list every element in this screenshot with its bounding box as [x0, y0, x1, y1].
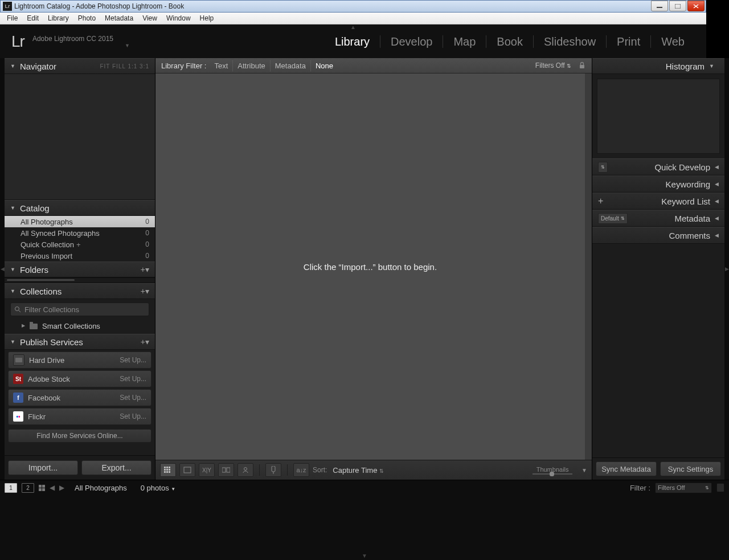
panel-preset-dropdown[interactable]: ⇅ [598, 162, 608, 173]
secondary-monitor-button[interactable]: 2 [22, 483, 34, 493]
publish-service-row[interactable]: ••FlickrSet Up... [8, 408, 151, 425]
module-slideshow[interactable]: Slideshow [534, 35, 606, 48]
library-grid[interactable]: Click the “Import...” button to begin. [155, 73, 592, 460]
publish-setup-link[interactable]: Set Up... [120, 412, 146, 420]
dropdown-arrows-icon: ⇅ [621, 216, 625, 221]
filmstrip: 1 2 ◀ ▶ All Photographs 0 photos ▼ Filte… [0, 480, 706, 560]
menu-edit[interactable]: Edit [22, 13, 43, 23]
menu-metadata[interactable]: Metadata [100, 13, 138, 23]
window-titlebar: Lr Lightroom Catalog - Adobe Photoshop L… [0, 0, 706, 13]
catalog-row-count: 0 [145, 240, 149, 248]
add-publish-service-button[interactable]: +▾ [141, 337, 149, 346]
menu-file[interactable]: File [2, 13, 22, 23]
catalog-row[interactable]: Previous Import0 [5, 250, 155, 261]
thumbnail-size-slider[interactable]: Thumbnails [533, 466, 572, 475]
menu-window[interactable]: Window [162, 13, 195, 23]
panel-quick-develop[interactable]: ⇅Quick Develop◀ [592, 158, 706, 175]
sort-direction-button[interactable]: a↓z [293, 463, 309, 477]
smart-collections-row[interactable]: ▶ Smart Collections [5, 320, 155, 334]
publish-setup-link[interactable]: Set Up... [120, 375, 146, 383]
flickr-icon: •• [13, 411, 23, 422]
people-view-button[interactable] [237, 463, 253, 477]
filter-preset-dropdown[interactable]: Filters Off ⇅ [535, 62, 571, 70]
chevron-down-icon: ▼ [10, 205, 15, 211]
find-more-services-button[interactable]: Find More Services Online... [8, 429, 151, 443]
svg-rect-15 [166, 471, 168, 473]
panel-keywording[interactable]: Keywording◀ [592, 175, 706, 193]
survey-view-button[interactable] [218, 463, 234, 477]
collapse-filmstrip-icon[interactable]: ▼ [362, 553, 367, 559]
panel-preset-dropdown[interactable]: Default ⇅ [598, 213, 628, 224]
module-print[interactable]: Print [607, 35, 650, 48]
catalog-row-count: 0 [145, 218, 149, 226]
publish-services-title: Publish Services [20, 337, 83, 347]
publish-service-row[interactable]: Hard DriveSet Up... [8, 351, 151, 369]
menu-library[interactable]: Library [43, 13, 73, 23]
minimize-button[interactable] [651, 1, 668, 11]
add-keyword-button[interactable]: + [598, 196, 603, 206]
panel-comments[interactable]: Comments◀ [592, 227, 706, 244]
filmstrip-count[interactable]: 0 photos ▼ [141, 484, 175, 492]
sync-settings-button[interactable]: Sync Settings [660, 461, 706, 476]
menu-help[interactable]: Help [195, 13, 219, 23]
module-develop[interactable]: Develop [380, 35, 443, 48]
filmstrip-path[interactable]: All Photographs [75, 484, 127, 492]
navigator-zoom-options[interactable]: FIT FILL 1:1 3:1 [100, 63, 149, 70]
publish-service-row[interactable]: fFacebookSet Up... [8, 389, 151, 406]
import-button[interactable]: Import... [8, 460, 78, 475]
publish-service-label: Facebook [28, 394, 60, 402]
filter-text[interactable]: Text [210, 60, 232, 71]
filter-attribute[interactable]: Attribute [232, 60, 269, 71]
module-book[interactable]: Book [486, 35, 533, 48]
panel-keyword-list[interactable]: +Keyword List◀ [592, 193, 706, 210]
svg-rect-18 [222, 468, 226, 472]
menu-bar: FileEditLibraryPhotoMetadataViewWindowHe… [0, 13, 706, 24]
add-collection-button[interactable]: +▾ [141, 287, 149, 296]
primary-monitor-button[interactable]: 1 [5, 483, 17, 493]
painter-tool-button[interactable] [265, 463, 281, 477]
menu-photo[interactable]: Photo [73, 13, 100, 23]
add-folder-button[interactable]: +▾ [141, 265, 149, 274]
toolbar-menu-icon[interactable]: ▼ [581, 467, 587, 473]
sort-value-dropdown[interactable]: Capture Time ⇅ [333, 466, 384, 475]
identity-menu-icon[interactable]: ▼ [125, 43, 130, 48]
filter-metadata[interactable]: Metadata [270, 60, 310, 71]
loupe-view-button[interactable] [179, 463, 195, 477]
publish-setup-link[interactable]: Set Up... [120, 394, 146, 402]
lock-icon[interactable] [578, 62, 586, 70]
filmstrip-filter-dropdown[interactable]: Filters Off⇅ [655, 483, 706, 493]
sort-label: Sort: [313, 466, 327, 474]
catalog-row[interactable]: All Photographs0 [5, 216, 155, 227]
publish-service-row[interactable]: StAdobe StockSet Up... [8, 370, 151, 387]
catalog-row[interactable]: All Synced Photographs0 [5, 227, 155, 239]
publish-setup-link[interactable]: Set Up... [120, 356, 146, 364]
publish-services-header[interactable]: ▼ Publish Services +▾ [5, 334, 155, 350]
grid-view-button[interactable] [160, 463, 176, 477]
navigator-header[interactable]: ▼ Navigator FIT FILL 1:1 3:1 [5, 58, 155, 74]
compare-view-button[interactable]: X|Y [199, 463, 215, 477]
module-library[interactable]: Library [325, 35, 380, 48]
left-expand-handle[interactable]: ◀ [0, 58, 5, 480]
collapse-top-icon[interactable]: ▲ [350, 24, 356, 30]
catalog-row-label: Previous Import [21, 252, 72, 260]
close-button[interactable] [687, 1, 705, 11]
filter-collections-input[interactable]: Filter Collections [10, 303, 149, 316]
sync-metadata-button[interactable]: Sync Metadata [596, 461, 657, 476]
folders-header[interactable]: ▼ Folders +▾ [5, 261, 155, 277]
panel-metadata[interactable]: Default ⇅Metadata◀ [592, 210, 706, 227]
nav-back-button[interactable]: ◀ [50, 484, 55, 492]
folders-scrollbar[interactable] [5, 277, 155, 283]
collections-header[interactable]: ▼ Collections +▾ [5, 283, 155, 299]
histogram-display [597, 79, 706, 154]
grid-icon[interactable] [39, 485, 45, 491]
filter-none[interactable]: None [310, 60, 338, 71]
module-web[interactable]: Web [651, 35, 695, 48]
maximize-button[interactable] [669, 1, 686, 11]
histogram-header[interactable]: Histogram ▼ [592, 58, 706, 74]
export-button[interactable]: Export... [81, 460, 151, 475]
nav-forward-button[interactable]: ▶ [59, 484, 64, 492]
menu-view[interactable]: View [138, 13, 162, 23]
module-map[interactable]: Map [443, 35, 486, 48]
catalog-row[interactable]: Quick Collection+0 [5, 239, 155, 250]
catalog-header[interactable]: ▼ Catalog [5, 200, 155, 216]
